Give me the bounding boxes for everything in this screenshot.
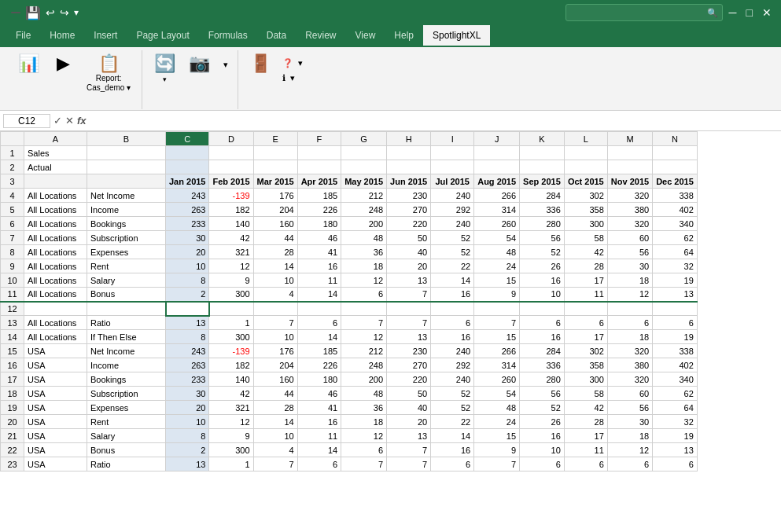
cell-J10[interactable]: 15 <box>474 273 520 288</box>
cell-A9[interactable]: All Locations <box>24 259 87 273</box>
cell-D5[interactable]: 182 <box>209 203 253 217</box>
col-header-j[interactable]: J <box>474 132 520 146</box>
cell-I9[interactable]: 22 <box>431 259 474 273</box>
cell-D2[interactable] <box>209 160 253 174</box>
cell-B7[interactable]: Subscription <box>87 231 166 245</box>
cell-I11[interactable]: 16 <box>431 288 474 302</box>
tab-home[interactable]: Home <box>40 25 84 47</box>
cell-K9[interactable]: 26 <box>520 259 565 273</box>
cell-E16[interactable]: 204 <box>253 358 297 372</box>
cell-G14[interactable]: 12 <box>341 330 387 344</box>
cell-D13[interactable]: 1 <box>209 316 253 330</box>
cell-K17[interactable]: 280 <box>520 372 565 387</box>
col-header-m[interactable]: M <box>607 132 652 146</box>
cell-L17[interactable]: 300 <box>564 372 607 387</box>
cell-I13[interactable]: 6 <box>431 316 474 330</box>
autosave-toggle[interactable] <box>11 12 20 13</box>
cell-K6[interactable]: 280 <box>520 217 565 231</box>
cell-B4[interactable]: Net Income <box>87 189 166 203</box>
cell-J16[interactable]: 314 <box>474 358 520 372</box>
cell-F12[interactable] <box>297 302 341 316</box>
cell-H9[interactable]: 20 <box>387 259 431 273</box>
cell-M11[interactable]: 12 <box>607 288 652 302</box>
col-header-a[interactable]: A <box>24 132 87 146</box>
cell-K21[interactable]: 16 <box>520 429 565 443</box>
cell-A18[interactable]: USA <box>24 387 87 401</box>
cell-N5[interactable]: 402 <box>653 203 698 217</box>
cell-M22[interactable]: 12 <box>607 443 652 457</box>
cell-F16[interactable]: 226 <box>297 358 341 372</box>
cell-F3[interactable]: Apr 2015 <box>297 174 341 189</box>
cell-I5[interactable]: 292 <box>431 203 474 217</box>
cell-J17[interactable]: 260 <box>474 372 520 387</box>
cell-K7[interactable]: 56 <box>520 231 565 245</box>
cell-M13[interactable]: 6 <box>607 316 652 330</box>
cell-K22[interactable]: 10 <box>520 443 565 457</box>
cell-A22[interactable]: USA <box>24 443 87 457</box>
cell-E11[interactable]: 4 <box>253 288 297 302</box>
cell-F7[interactable]: 46 <box>297 231 341 245</box>
col-header-g[interactable]: G <box>341 132 387 146</box>
cell-G17[interactable]: 200 <box>341 372 387 387</box>
cell-C13[interactable]: 13 <box>166 316 209 330</box>
cell-J23[interactable]: 7 <box>474 457 520 471</box>
cell-H5[interactable]: 270 <box>387 203 431 217</box>
cell-G5[interactable]: 248 <box>341 203 387 217</box>
cell-C21[interactable]: 8 <box>166 429 209 443</box>
cell-L13[interactable]: 6 <box>564 316 607 330</box>
cell-B13[interactable]: Ratio <box>87 316 166 330</box>
cell-M1[interactable] <box>607 146 652 160</box>
cell-K18[interactable]: 56 <box>520 387 565 401</box>
cell-C7[interactable]: 30 <box>166 231 209 245</box>
cell-M15[interactable]: 320 <box>607 344 652 358</box>
cell-L4[interactable]: 302 <box>564 189 607 203</box>
cell-D9[interactable]: 12 <box>209 259 253 273</box>
cell-E10[interactable]: 10 <box>253 273 297 288</box>
cell-J20[interactable]: 24 <box>474 415 520 429</box>
cell-N16[interactable]: 402 <box>653 358 698 372</box>
cell-G11[interactable]: 6 <box>341 288 387 302</box>
cell-H7[interactable]: 50 <box>387 231 431 245</box>
cell-N15[interactable]: 338 <box>653 344 698 358</box>
tab-view[interactable]: View <box>346 25 385 47</box>
cell-F9[interactable]: 16 <box>297 259 341 273</box>
cell-F8[interactable]: 41 <box>297 245 341 259</box>
cell-L8[interactable]: 42 <box>564 245 607 259</box>
cell-F19[interactable]: 41 <box>297 401 341 415</box>
col-header-l[interactable]: L <box>564 132 607 146</box>
cell-A21[interactable]: USA <box>24 429 87 443</box>
cell-N2[interactable] <box>653 160 698 174</box>
cell-N11[interactable]: 13 <box>653 288 698 302</box>
cell-N8[interactable]: 64 <box>653 245 698 259</box>
cell-N21[interactable]: 19 <box>653 429 698 443</box>
cell-A2[interactable]: Actual <box>24 160 87 174</box>
cell-A16[interactable]: USA <box>24 358 87 372</box>
cell-J3[interactable]: Aug 2015 <box>474 174 520 189</box>
formula-cancel-icon[interactable]: ✕ <box>65 115 74 127</box>
cell-D21[interactable]: 9 <box>209 429 253 443</box>
undo-icon[interactable]: ↩ <box>46 6 55 19</box>
cell-A7[interactable]: All Locations <box>24 231 87 245</box>
tab-data[interactable]: Data <box>257 25 296 47</box>
cell-J4[interactable]: 266 <box>474 189 520 203</box>
cell-K19[interactable]: 52 <box>520 401 565 415</box>
cell-J6[interactable]: 260 <box>474 217 520 231</box>
cell-C17[interactable]: 233 <box>166 372 209 387</box>
cell-A1[interactable]: Sales <box>24 146 87 160</box>
cell-M18[interactable]: 60 <box>607 387 652 401</box>
cell-N13[interactable]: 6 <box>653 316 698 330</box>
cell-G1[interactable] <box>341 146 387 160</box>
cell-J18[interactable]: 54 <box>474 387 520 401</box>
customize-icon[interactable]: ▾ <box>74 7 79 18</box>
cell-A8[interactable]: All Locations <box>24 245 87 259</box>
cell-K20[interactable]: 26 <box>520 415 565 429</box>
cell-J14[interactable]: 15 <box>474 330 520 344</box>
cell-reference-box[interactable] <box>3 114 50 128</box>
cell-G18[interactable]: 48 <box>341 387 387 401</box>
cell-D3[interactable]: Feb 2015 <box>209 174 253 189</box>
cell-J11[interactable]: 9 <box>474 288 520 302</box>
cell-L11[interactable]: 11 <box>564 288 607 302</box>
cell-M3[interactable]: Nov 2015 <box>607 174 652 189</box>
cell-N23[interactable]: 6 <box>653 457 698 471</box>
cell-N19[interactable]: 64 <box>653 401 698 415</box>
